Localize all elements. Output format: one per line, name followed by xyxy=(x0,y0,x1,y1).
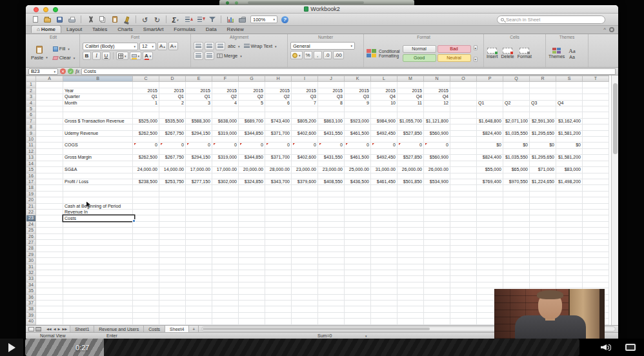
sheet-cell[interactable] xyxy=(292,185,318,191)
sheet-cell[interactable]: 2015 xyxy=(159,88,186,94)
sheet-cell[interactable] xyxy=(265,294,292,300)
sheet-cell[interactable]: 0 xyxy=(345,143,371,148)
sheet-cell[interactable] xyxy=(292,306,318,312)
sheet-cell[interactable] xyxy=(345,312,371,318)
sheet-cell[interactable]: 6 xyxy=(265,100,292,106)
sheet-cell[interactable] xyxy=(424,137,450,143)
sheet-cell[interactable] xyxy=(583,112,609,118)
sheet-cell[interactable] xyxy=(583,228,609,233)
sheet-cell[interactable] xyxy=(292,258,318,264)
confirm-entry-button[interactable]: ✓ xyxy=(68,68,74,74)
last-sheet-icon[interactable]: ▶▶ xyxy=(62,327,67,331)
sheet-cell[interactable]: Q4 xyxy=(424,94,450,100)
sheet-cell[interactable] xyxy=(292,288,318,294)
sheet-cell[interactable] xyxy=(450,221,477,227)
sheet-cell[interactable] xyxy=(186,306,212,312)
sheet-cell[interactable] xyxy=(477,264,503,270)
sheet-cell[interactable]: Costs xyxy=(63,215,133,221)
sheet-cell[interactable] xyxy=(450,137,477,143)
sheet-cell[interactable] xyxy=(265,301,292,306)
sheet-cell[interactable] xyxy=(292,294,318,300)
sheet-cell[interactable] xyxy=(36,306,63,312)
fill-button[interactable]: Fill▾ xyxy=(52,45,76,52)
sheet-cell[interactable] xyxy=(63,294,133,300)
sheet-cell[interactable] xyxy=(318,203,345,209)
sheet-cell[interactable] xyxy=(318,301,345,306)
sheet-cell[interactable] xyxy=(530,88,556,94)
sheet-cell[interactable] xyxy=(371,246,397,252)
sheet-cell[interactable] xyxy=(583,94,609,100)
sheet-cell[interactable] xyxy=(583,173,609,179)
sheet-cell[interactable] xyxy=(186,191,212,197)
help-button[interactable] xyxy=(279,15,290,25)
sheet-cell[interactable] xyxy=(556,173,583,179)
sheet-cell[interactable] xyxy=(424,264,450,270)
sheet-cell[interactable] xyxy=(186,288,212,294)
theme-fonts-button[interactable]: Aa Aa xyxy=(569,48,576,59)
sheet-cell[interactable] xyxy=(212,203,239,209)
sheet-cell[interactable]: Gross $ Transaction Revenue xyxy=(63,118,133,124)
format-cells-button[interactable]: Format xyxy=(518,48,532,59)
sheet-cell[interactable] xyxy=(583,191,609,197)
sheet-cell[interactable] xyxy=(292,252,318,257)
sheet-cell[interactable] xyxy=(186,324,212,325)
sheet-cell[interactable]: $1,035,550 xyxy=(503,130,530,136)
sheet-cell[interactable] xyxy=(583,100,609,106)
sheet-cell[interactable]: $527,850 xyxy=(397,130,424,136)
sheet-cell[interactable] xyxy=(530,148,556,154)
sheet-cell[interactable] xyxy=(424,239,450,245)
sheet-cell[interactable] xyxy=(186,228,212,233)
sheet-cell[interactable] xyxy=(212,148,239,154)
sheet-cell[interactable] xyxy=(371,228,397,233)
sheet-tab-revenue-and-users[interactable]: Revenue and Users xyxy=(94,326,144,332)
italic-button[interactable]: I xyxy=(92,52,101,60)
sheet-cell[interactable] xyxy=(371,324,397,325)
sheet-cell[interactable] xyxy=(159,112,186,118)
sheet-cell[interactable] xyxy=(556,82,583,88)
sheet-cell[interactable] xyxy=(265,161,292,166)
sheet-cell[interactable] xyxy=(36,100,63,106)
sheet-cell[interactable] xyxy=(477,215,503,221)
sheet-cell[interactable] xyxy=(556,94,583,100)
sheet-cell[interactable] xyxy=(63,137,133,143)
sheet-cell[interactable] xyxy=(36,106,63,112)
sheet-cell[interactable] xyxy=(292,301,318,306)
sheet-cell[interactable] xyxy=(239,191,265,197)
sheet-cell[interactable] xyxy=(212,312,239,318)
sheet-cell[interactable] xyxy=(292,282,318,288)
sheet-cell[interactable] xyxy=(186,161,212,166)
sheet-cell[interactable] xyxy=(503,112,530,118)
sheet-cell[interactable] xyxy=(450,100,477,106)
sheet-cell[interactable]: 0 xyxy=(397,143,424,148)
sheet-cell[interactable] xyxy=(186,294,212,300)
sheet-cell[interactable] xyxy=(318,312,345,318)
sheet-cell[interactable] xyxy=(397,221,424,227)
sheet-cell[interactable] xyxy=(583,221,609,227)
sheet-cell[interactable] xyxy=(530,173,556,179)
sheet-cell[interactable] xyxy=(556,215,583,221)
column-header-B[interactable]: B xyxy=(63,76,133,82)
sheet-cell[interactable] xyxy=(450,288,477,294)
sheet-cell[interactable]: $83,000 xyxy=(556,167,583,173)
search-field[interactable] xyxy=(497,15,605,24)
sheet-cell[interactable] xyxy=(583,185,609,191)
window-titlebar[interactable]: Workbook2 xyxy=(26,5,618,14)
sheet-cell[interactable] xyxy=(477,252,503,257)
sheet-cell[interactable] xyxy=(159,228,186,233)
sheet-cell[interactable]: Udemy Revenue xyxy=(63,130,133,136)
increase-indent-button[interactable] xyxy=(205,52,214,60)
sheet-cell[interactable] xyxy=(397,197,424,203)
sheet-cell[interactable] xyxy=(292,276,318,282)
sheet-cell[interactable] xyxy=(345,239,371,245)
sheet-cell[interactable]: $267,750 xyxy=(159,130,186,136)
sheet-cell[interactable] xyxy=(450,124,477,130)
sheet-cell[interactable]: $436,500 xyxy=(345,179,371,184)
sheet-cell[interactable] xyxy=(530,94,556,100)
sheet-cell[interactable]: 0 xyxy=(318,143,345,148)
sheet-cell[interactable] xyxy=(345,197,371,203)
sheet-cell[interactable] xyxy=(265,106,292,112)
sheet-cell[interactable] xyxy=(36,239,63,245)
sheet-cell[interactable] xyxy=(292,148,318,154)
sheet-cell[interactable] xyxy=(36,319,63,324)
sheet-cell[interactable] xyxy=(63,124,133,130)
